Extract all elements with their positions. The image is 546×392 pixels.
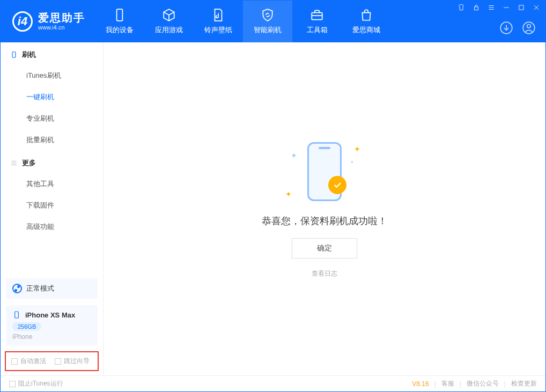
sparkle-icon: ✦ [354,145,360,153]
app-body: 刷机 iTunes刷机 一键刷机 专业刷机 批量刷机 更多 其他工具 下载固件 … [1,42,545,375]
user-icon[interactable] [522,21,536,35]
nav-store[interactable]: 爱思商城 [342,1,391,42]
version-label: V8.16 [412,380,429,388]
check-badge-icon [328,176,346,194]
nav-label: 应用游戏 [155,25,183,35]
sidebar-group-flash: 刷机 [1,42,103,65]
sparkle-icon: ✦ [291,151,297,160]
maximize-icon[interactable] [518,4,525,11]
nav-toolbox[interactable]: 工具箱 [292,1,342,42]
header-right-icons [499,21,536,35]
top-nav: 我的设备 应用游戏 铃声壁纸 智能刷机 工具箱 爱思商城 [95,1,391,42]
status-bar: 阻止iTunes运行 V8.16 | 客服 | 微信公众号 | 检查更新 [1,375,545,391]
phone-outline-icon [12,310,21,319]
sidebar-item-download-firmware[interactable]: 下载固件 [1,195,103,216]
nav-ringtones-wallpaper[interactable]: 铃声壁纸 [194,1,243,42]
highlighted-options-box: 自动激活 跳过向导 [5,351,99,371]
svg-rect-2 [475,7,478,10]
sidebar-item-pro-flash[interactable]: 专业刷机 [1,108,103,129]
checkbox-skip-guide[interactable]: 跳过向导 [55,357,90,366]
mode-label: 正常模式 [26,284,54,293]
app-title: 爱思助手 [38,12,85,24]
device-icon [10,51,18,58]
footer-link-support[interactable]: 客服 [441,379,454,388]
minimize-icon[interactable] [503,4,510,11]
device-storage-badge: 256GB [12,322,41,331]
device-name: iPhone XS Max [25,311,75,319]
nav-smart-flash[interactable]: 智能刷机 [243,1,292,42]
sidebar-item-itunes-flash[interactable]: iTunes刷机 [1,65,103,86]
device-mode-box[interactable]: 正常模式 [6,278,98,299]
svg-rect-1 [312,13,322,20]
svg-rect-3 [519,5,523,10]
sidebar-group-more: 更多 [1,151,103,173]
main-content: ✦ ✦ ✦ ✦ 恭喜您，保资料刷机成功啦！ 确定 查看日志 [104,42,545,375]
download-icon[interactable] [499,21,513,35]
svg-rect-0 [117,9,123,21]
app-logo: i4 爱思助手 www.i4.cn [1,1,95,42]
view-log-link[interactable]: 查看日志 [312,269,337,278]
sparkle-icon: ✦ [350,160,354,165]
svg-rect-8 [15,312,19,318]
shield-refresh-icon [261,8,275,22]
logo-icon: i4 [12,11,33,32]
nav-label: 铃声壁纸 [204,25,232,35]
success-message: 恭喜您，保资料刷机成功啦！ [262,215,387,227]
sidebar-item-other-tools[interactable]: 其他工具 [1,173,103,195]
footer-link-update[interactable]: 检查更新 [511,379,537,388]
device-type: iPhone [12,333,91,341]
sidebar: 刷机 iTunes刷机 一键刷机 专业刷机 批量刷机 更多 其他工具 下载固件 … [1,42,104,375]
sidebar-item-batch-flash[interactable]: 批量刷机 [1,129,103,151]
mode-icon [12,284,22,293]
nav-label: 工具箱 [307,25,328,35]
close-icon[interactable] [533,4,540,11]
nav-label: 我的设备 [106,25,134,35]
shopping-bag-icon [359,8,373,22]
nav-apps-games[interactable]: 应用游戏 [144,1,194,42]
nav-label: 智能刷机 [254,25,282,35]
music-file-icon [211,8,225,22]
app-header: i4 爱思助手 www.i4.cn 我的设备 应用游戏 铃声壁纸 智能刷机 工具… [1,1,545,42]
cube-icon [162,8,176,22]
svg-rect-7 [12,52,16,58]
sidebar-item-advanced[interactable]: 高级功能 [1,216,103,238]
checkbox-auto-activate[interactable]: 自动激活 [11,357,46,366]
shirt-icon[interactable] [458,4,465,11]
menu-icon[interactable] [488,4,495,11]
svg-point-6 [527,25,531,28]
sidebar-item-oneclick-flash[interactable]: 一键刷机 [1,86,103,108]
device-info-box[interactable]: iPhone XS Max 256GB iPhone [6,305,98,346]
sparkle-icon: ✦ [285,190,292,198]
nav-label: 爱思商城 [352,25,380,35]
ok-button[interactable]: 确定 [292,238,357,258]
app-subtitle: www.i4.cn [38,24,85,31]
phone-icon [113,8,127,22]
toolbox-icon [310,8,324,22]
footer-link-wechat[interactable]: 微信公众号 [467,379,499,388]
window-controls [458,4,540,11]
nav-my-device[interactable]: 我的设备 [95,1,144,42]
lock-icon[interactable] [473,4,480,11]
success-illustration: ✦ ✦ ✦ ✦ [279,139,370,204]
checkbox-block-itunes[interactable]: 阻止iTunes运行 [9,379,63,388]
list-icon [10,159,18,167]
